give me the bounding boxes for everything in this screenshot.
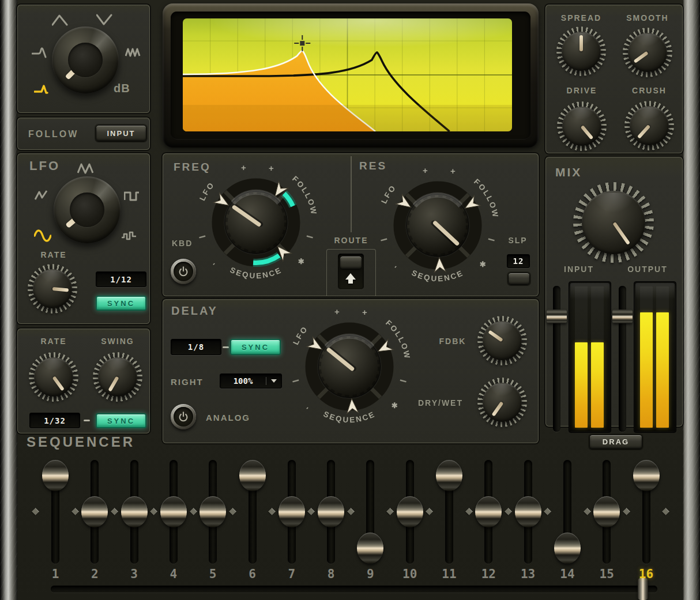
spread-knob[interactable] (556, 27, 606, 76)
sequencer-step-handle[interactable] (81, 496, 108, 527)
sequencer-step: 10 (397, 455, 423, 599)
lowshelf-icon-selected (34, 82, 51, 96)
route-toggle[interactable] (338, 254, 364, 289)
fdbk-knob[interactable] (477, 316, 527, 365)
seq-rate-panel: RATE SWING 1/32 SYNC (17, 329, 150, 433)
delay-right-label: RIGHT (171, 377, 204, 387)
smooth-knob[interactable] (623, 28, 672, 77)
sequencer-step-handle[interactable] (160, 496, 187, 527)
input-fader-handle[interactable] (547, 310, 567, 323)
route-toggle-button[interactable] (340, 256, 362, 269)
route-up-arrow-icon (345, 273, 356, 280)
lfo-rate-knob[interactable] (28, 264, 77, 314)
sequencer-step-handle[interactable] (121, 496, 148, 527)
crush-knob[interactable] (624, 101, 674, 150)
sequencer-step: 4 (160, 455, 187, 599)
knob-pointer (52, 287, 69, 292)
chevron-down-icon (271, 379, 277, 383)
sequencer-step: 1 (42, 455, 69, 599)
freq-knob[interactable]: + + - ✱ LFO FOLLOW SEQUENCE (193, 159, 319, 286)
seq-swing-label: SWING (95, 337, 141, 346)
lfo-wave-selector-knob[interactable] (54, 176, 121, 243)
svg-text:LFO: LFO (198, 180, 216, 202)
knob-pointer (634, 51, 649, 63)
lfo-sync-button[interactable]: SYNC (96, 296, 146, 311)
follow-input-button[interactable]: INPUT (96, 125, 146, 141)
right-metal-frame (683, 0, 700, 600)
kbd-power-button[interactable] (171, 259, 196, 284)
step-separator-diamond (268, 508, 276, 515)
step-separator-diamond (662, 508, 669, 515)
sequencer-step-handle[interactable] (554, 533, 581, 564)
sequencer-step-handle[interactable] (397, 496, 423, 527)
mix-knob[interactable] (573, 182, 654, 263)
sequencer-step-handle[interactable] (515, 496, 541, 527)
spread-label: SPREAD (552, 13, 610, 22)
sequencer-step-handle[interactable] (239, 460, 266, 491)
drive-knob[interactable] (557, 101, 607, 151)
lfo-rate-value-display[interactable]: 1/12 (96, 271, 146, 287)
sequencer-step: 7 (279, 455, 305, 599)
sequencer-step-number: 1 (42, 567, 69, 581)
filter-display-screen[interactable] (183, 18, 512, 131)
sequencer-step-handle[interactable] (633, 460, 660, 491)
delay-mod-knob[interactable]: + + - ✱ LFO FOLLOW SEQUENCE (286, 303, 413, 430)
drag-button[interactable]: DRAG (589, 435, 642, 449)
knob-pointer (579, 35, 583, 51)
step-separator-diamond (229, 508, 236, 515)
sequencer-step-handle[interactable] (436, 460, 462, 491)
seq-rate-knob[interactable] (29, 352, 78, 402)
filter-type-selector-knob[interactable] (52, 27, 119, 93)
svg-text:+: + (423, 165, 428, 175)
sequencer-step-handle[interactable] (279, 496, 305, 527)
input-fader-track[interactable] (553, 286, 560, 432)
drywet-knob[interactable] (477, 378, 527, 427)
slp-value-display[interactable]: 12 (507, 254, 530, 268)
step-separator-diamond (190, 508, 197, 515)
power-icon (177, 265, 190, 278)
mix-panel: MIX INPUT OUTPUT (545, 157, 683, 427)
mix-title: MIX (555, 165, 582, 179)
step-separator-diamond (584, 508, 591, 515)
svg-text:+: + (334, 307, 340, 316)
slp-button[interactable] (508, 273, 530, 285)
step-separator-diamond (71, 508, 79, 515)
sequencer-title: SEQUENCER (27, 434, 135, 450)
sample-hold-icon (121, 229, 137, 243)
output-meter (634, 281, 676, 433)
sequencer-step-handle[interactable] (42, 460, 69, 491)
output-fader-track[interactable] (619, 286, 626, 432)
slp-label: SLP (500, 236, 535, 245)
sequencer-step-handle[interactable] (318, 496, 344, 527)
left-metal-frame (0, 0, 17, 600)
svg-text:+: + (241, 163, 246, 172)
sequencer-step-handle[interactable] (200, 496, 226, 527)
sequencer-step-number: 8 (318, 567, 344, 581)
sequencer-step-number: 10 (397, 567, 423, 581)
output-fader-handle[interactable] (612, 310, 633, 323)
step-separator-diamond (426, 508, 433, 515)
delay-right-dropdown[interactable]: 100% (220, 373, 282, 388)
seq-swing-knob[interactable] (93, 352, 142, 402)
step-separator-diamond (623, 508, 630, 515)
seq-sync-button[interactable]: SYNC (96, 413, 146, 428)
bandpass-icon (52, 13, 68, 27)
delay-sync-button[interactable]: SYNC (230, 339, 281, 355)
sequencer-step: 3 (121, 455, 148, 599)
sequencer-step-handle[interactable] (475, 496, 502, 527)
svg-text:-: - (303, 404, 311, 412)
crush-label: CRUSH (620, 86, 678, 95)
sequencer-step-handle[interactable] (357, 533, 383, 564)
seq-rate-value-display[interactable]: 1/32 (29, 413, 80, 428)
sequencer-step-handle[interactable] (593, 496, 620, 527)
sequencer-step-number: 11 (436, 567, 462, 581)
sequencer-step-number: 7 (279, 567, 305, 581)
svg-text:SEQUENCE: SEQUENCE (322, 410, 377, 425)
svg-text:+: + (269, 163, 274, 173)
sequencer-step: 13 (515, 455, 541, 599)
delay-time-display[interactable]: 1/8 (171, 339, 221, 355)
comb-icon (125, 45, 142, 59)
analog-power-button[interactable] (171, 404, 196, 429)
res-knob[interactable]: + + - ✱ LFO FOLLOW SEQUENCE (374, 162, 501, 289)
step-separator-diamond (505, 508, 512, 515)
